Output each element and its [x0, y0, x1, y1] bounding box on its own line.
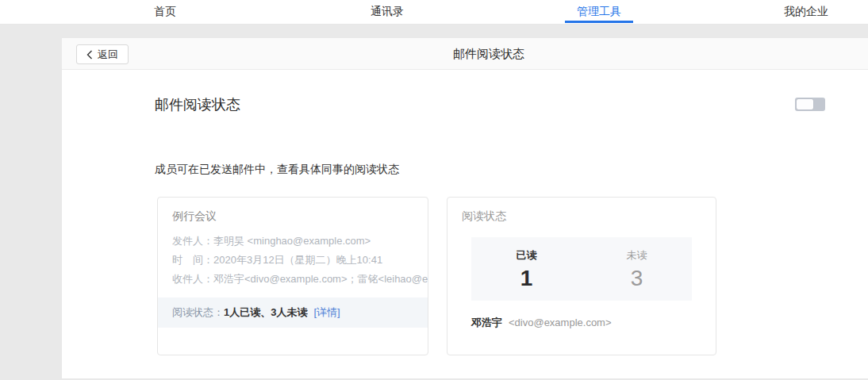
- read-status-card: 阅读状态 已读 1 未读 3 邓浩宇<divo@example.com>: [447, 197, 716, 355]
- stat-read-count: 1: [520, 267, 533, 290]
- mail-field-sender: 发件人：李明昊 <minghao@example.com>: [158, 232, 428, 251]
- stat-panel: 已读 1 未读 3: [471, 237, 692, 301]
- page-title: 邮件阅读状态: [155, 95, 240, 114]
- content-panel: 返回 邮件阅读状态 邮件阅读状态 成员可在已发送邮件中，查看具体同事的阅读状态 …: [62, 38, 868, 378]
- mail-read-status-strip: 阅读状态：1人已读、3人未读[详情]: [158, 297, 428, 328]
- nav-item-contacts[interactable]: 通讯录: [371, 0, 404, 23]
- mail-field-value: 李明昊 <minghao@example.com>: [213, 235, 371, 247]
- mail-field-label: 时 间：: [172, 254, 213, 266]
- panel-header-title: 邮件阅读状态: [62, 38, 868, 70]
- cards-row: 例行会议 发件人：李明昊 <minghao@example.com> 时 间：2…: [157, 197, 716, 355]
- mail-field-value: 2020年3月12日（星期二）晚上10:41: [213, 254, 382, 266]
- reader-row: 邓浩宇<divo@example.com>: [471, 316, 692, 330]
- mail-field-recipients: 收件人：邓浩宇<divo@example.com>；雷铭<leihao@e...: [158, 270, 428, 289]
- stat-unread: 未读 3: [582, 237, 692, 301]
- reader-email: <divo@example.com>: [509, 317, 612, 328]
- nav-item-home[interactable]: 首页: [154, 0, 176, 23]
- mail-preview-card: 例行会议 发件人：李明昊 <minghao@example.com> 时 间：2…: [157, 197, 428, 355]
- mail-field-label: 收件人：: [172, 273, 213, 285]
- stat-read-label: 已读: [517, 248, 537, 263]
- toggle-knob: [797, 99, 813, 109]
- nav-item-my-enterprise[interactable]: 我的企业: [784, 0, 828, 23]
- reader-name: 邓浩宇: [471, 317, 502, 328]
- feature-description: 成员可在已发送邮件中，查看具体同事的阅读状态: [155, 163, 399, 177]
- mail-field-time: 时 间：2020年3月12日（星期二）晚上10:41: [158, 251, 428, 270]
- read-status-value: 1人已读、3人未读: [224, 306, 307, 318]
- nav-item-admin-tools[interactable]: 管理工具: [577, 0, 621, 23]
- status-card-title: 阅读状态: [462, 209, 701, 224]
- detail-link[interactable]: [详情]: [313, 306, 340, 318]
- mail-field-value: 邓浩宇<divo@example.com>；雷铭<leihao@e...: [213, 273, 428, 285]
- read-status-label: 阅读状态：: [172, 306, 224, 318]
- stat-unread-label: 未读: [627, 248, 647, 263]
- top-nav: 首页 通讯录 管理工具 我的企业: [0, 0, 868, 25]
- stat-read: 已读 1: [471, 237, 582, 301]
- stat-unread-count: 3: [631, 267, 643, 290]
- mail-subject: 例行会议: [158, 209, 428, 224]
- panel-header: 返回 邮件阅读状态: [62, 38, 868, 70]
- read-status-toggle[interactable]: [795, 98, 825, 111]
- mail-field-label: 发件人：: [172, 235, 213, 247]
